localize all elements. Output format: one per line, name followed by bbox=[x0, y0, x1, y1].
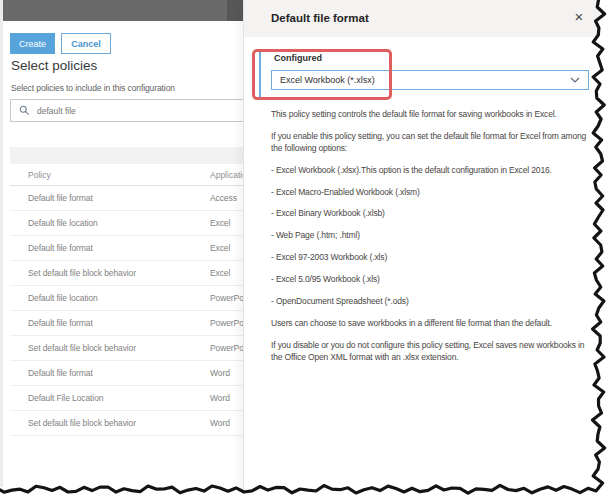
description-paragraph: - Web Page (.htm; .html) bbox=[271, 230, 593, 242]
table-row[interactable]: Set default file block behaviorWord bbox=[10, 411, 262, 436]
application-cell: Access bbox=[210, 193, 237, 203]
description-paragraph: - Excel Workbook (.xlsx).This option is … bbox=[271, 165, 593, 177]
policy-cell: Default file format bbox=[28, 318, 93, 328]
policy-cell: Default file location bbox=[28, 218, 98, 228]
policy-cell: Default file format bbox=[28, 243, 93, 253]
description-paragraph: If you enable this policy setting, you c… bbox=[271, 131, 593, 155]
column-header-policy: Policy bbox=[28, 170, 51, 180]
flyout-title: Default file format bbox=[271, 0, 369, 37]
table-row[interactable]: Default file formatAccess bbox=[10, 186, 262, 211]
description-paragraph: - Excel 5.0/95 Workbook (.xls) bbox=[271, 274, 593, 286]
search-input[interactable] bbox=[37, 106, 253, 116]
description-paragraph: Users can choose to save workbooks in a … bbox=[271, 318, 593, 330]
table-row[interactable]: Default file formatExcel bbox=[10, 236, 262, 261]
configured-accent-line bbox=[259, 52, 261, 97]
table-header-row: Policy Application bbox=[10, 164, 262, 186]
description-paragraph: If you disable or you do not configure t… bbox=[271, 340, 593, 364]
description-paragraph: - Excel 97-2003 Workbook (.xls) bbox=[271, 252, 593, 264]
policy-cell: Default file format bbox=[28, 368, 93, 378]
close-icon: × bbox=[575, 8, 584, 25]
create-button[interactable]: Create bbox=[10, 33, 55, 54]
policy-cell: Default file location bbox=[28, 293, 98, 303]
table-row[interactable]: Set default file block behaviorExcel bbox=[10, 261, 262, 286]
search-icon bbox=[19, 105, 30, 116]
application-cell: Word bbox=[210, 368, 230, 378]
application-cell: Excel bbox=[210, 268, 230, 278]
policies-table-body: Default file formatAccessDefault file lo… bbox=[10, 186, 262, 436]
page-subtitle: Select policies to include in this confi… bbox=[11, 83, 175, 93]
policies-table: Policy Application Default file formatAc… bbox=[10, 147, 262, 436]
screenshot-stage: Create Cancel Select policies Select pol… bbox=[0, 0, 615, 503]
application-cell: Word bbox=[210, 418, 230, 428]
close-button[interactable]: × bbox=[570, 7, 588, 25]
policy-cell: Default file format bbox=[28, 193, 93, 203]
table-row[interactable]: Default File LocationWord bbox=[10, 386, 262, 411]
table-row[interactable]: Default file locationPowerPoint bbox=[10, 286, 262, 311]
policy-description: This policy setting controls the default… bbox=[271, 109, 593, 374]
configured-label: Configured bbox=[274, 53, 322, 63]
top-navigation-bar bbox=[3, 0, 243, 21]
policy-search-box[interactable] bbox=[10, 99, 262, 122]
cancel-button[interactable]: Cancel bbox=[61, 33, 111, 54]
dropdown-selected-value: Excel Workbook (*.xlsx) bbox=[280, 75, 570, 85]
chevron-down-icon bbox=[570, 77, 580, 83]
policy-cell: Default File Location bbox=[28, 393, 103, 403]
application-cell: Excel bbox=[210, 243, 230, 253]
table-row[interactable]: Default file locationExcel bbox=[10, 211, 262, 236]
table-row[interactable]: Default file formatWord bbox=[10, 361, 262, 386]
table-toolbar-band bbox=[10, 147, 262, 164]
page-title: Select policies bbox=[11, 58, 97, 73]
description-paragraph: - Excel Binary Workbook (.xlsb) bbox=[271, 208, 593, 220]
table-row[interactable]: Default file formatPowerPoint bbox=[10, 311, 262, 336]
application-cell: Excel bbox=[210, 218, 230, 228]
application-cell: Word bbox=[210, 393, 230, 403]
description-paragraph: - Excel Macro-Enabled Workbook (.xlsm) bbox=[271, 187, 593, 199]
default-file-format-flyout: Default file format × Configured Excel W… bbox=[243, 0, 615, 503]
policy-cell: Set default file block behavior bbox=[28, 343, 136, 353]
configured-dropdown[interactable]: Excel Workbook (*.xlsx) bbox=[271, 70, 589, 90]
policy-cell: Set default file block behavior bbox=[28, 268, 136, 278]
window-edge-strip bbox=[0, 0, 3, 487]
table-row[interactable]: Set default file block behaviorPowerPoin… bbox=[10, 336, 262, 361]
flyout-header: Default file format bbox=[244, 0, 615, 37]
description-paragraph: This policy setting controls the default… bbox=[271, 109, 593, 121]
policy-cell: Set default file block behavior bbox=[28, 418, 136, 428]
description-paragraph: - OpenDocument Spreadsheet (*.ods) bbox=[271, 296, 593, 308]
topbar-segment bbox=[227, 0, 243, 21]
